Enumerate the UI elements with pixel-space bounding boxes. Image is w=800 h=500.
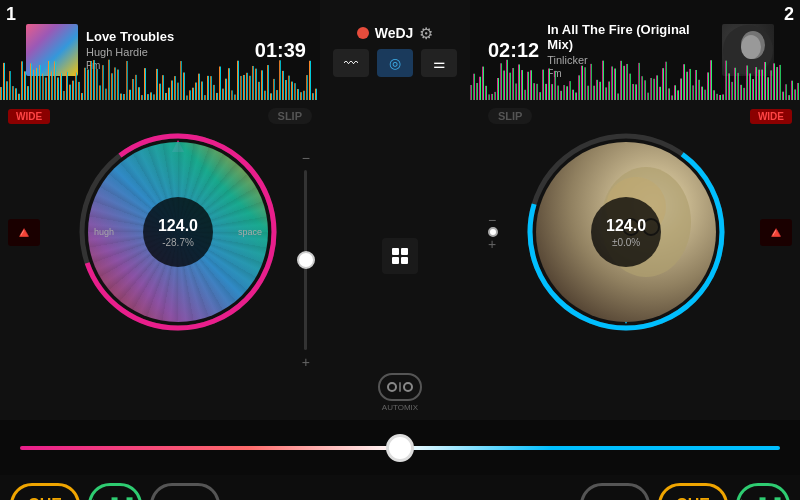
svg-rect-35 [105,89,107,100]
gear-icon[interactable]: ⚙ [419,24,433,43]
deck2-cue-button[interactable]: CUE [658,483,728,500]
svg-rect-103 [309,61,311,100]
svg-rect-45 [135,75,137,100]
svg-rect-58 [174,76,176,100]
svg-rect-17 [51,72,53,100]
svg-rect-210 [773,63,775,100]
svg-rect-125 [518,64,520,100]
deck1-sync-button[interactable]: SYNC [150,483,220,500]
svg-rect-184 [695,70,697,100]
svg-rect-87 [261,70,263,100]
svg-rect-81 [243,75,245,100]
svg-rect-53 [159,84,161,100]
svg-rect-101 [303,91,305,100]
svg-rect-130 [533,83,535,100]
svg-rect-163 [632,84,634,100]
deck1-label-left: hugh [94,227,114,237]
svg-rect-30 [90,61,92,100]
svg-rect-131 [536,84,538,100]
crossfader-thumb[interactable] [386,434,414,462]
deck1-pitch-plus[interactable]: + [302,354,310,370]
deck1-pitch-minus[interactable]: − [302,150,310,166]
svg-rect-110 [473,74,475,100]
bottom-controls: CUE ▶❚❚ SYNC SYNC CUE ▶❚❚ [0,475,800,500]
svg-rect-156 [611,66,613,100]
automix-button[interactable]: AUTOMIX [378,373,422,412]
deck2-pitch-slider[interactable]: − + [488,212,496,252]
svg-rect-7 [21,61,23,100]
deck1-panel: WIDE SLIP 🔺 [0,100,320,420]
top-bar: 1 Love Troubles Hugh Hardie Fm 01:39 [0,0,800,100]
svg-rect-123 [512,68,514,100]
deck2-slip-btn[interactable]: SLIP [488,108,532,124]
svg-rect-16 [48,61,50,100]
deck1-pitch-track[interactable] [304,170,307,350]
svg-rect-65 [195,83,197,100]
deck1-turntable[interactable]: 124.0 -28.7% hugh space [78,132,278,332]
svg-rect-160 [623,66,625,100]
svg-rect-138 [557,86,559,100]
crossfader-track[interactable] [20,446,780,450]
svg-rect-134 [545,84,547,100]
svg-rect-15 [45,78,47,100]
deck2-pitch-thumb[interactable] [488,227,498,237]
svg-rect-188 [707,72,709,100]
svg-rect-194 [725,61,727,100]
deck1-title: Love Troubles [86,29,243,44]
deck2-play-button[interactable]: ▶❚❚ [736,483,790,500]
svg-rect-5 [15,88,17,100]
deck2-bpm: 124.0 [606,217,646,235]
svg-rect-208 [767,77,769,100]
svg-rect-175 [668,88,670,100]
automix-icon [378,373,422,401]
svg-rect-42 [126,61,128,100]
svg-rect-99 [297,89,299,100]
svg-rect-129 [530,70,532,100]
svg-rect-217 [794,89,796,100]
grid-button[interactable] [382,238,418,274]
svg-rect-64 [192,88,194,100]
svg-rect-136 [551,84,553,100]
deck1-play-button[interactable]: ▶❚❚ [88,483,142,500]
svg-rect-141 [566,86,568,100]
deck1-pitch-slider[interactable]: − + [302,150,310,370]
svg-rect-213 [782,92,784,100]
svg-rect-119 [500,63,502,100]
deck2-turntable[interactable]: 124.0 ±0.0% [526,132,726,332]
deck1-pitch-thumb[interactable] [297,251,315,269]
svg-rect-36 [108,60,110,100]
svg-rect-155 [608,82,610,100]
svg-rect-93 [279,60,281,100]
deck2-sync-button[interactable]: SYNC [580,483,650,500]
deck2-pitch-minus[interactable]: − [488,212,496,228]
deck2-wide-btn[interactable]: WIDE [750,109,792,124]
svg-rect-182 [689,69,691,100]
deck1-slip-btn[interactable]: SLIP [268,108,312,124]
deck1-wide-btn[interactable]: WIDE [8,109,50,124]
svg-rect-113 [482,67,484,100]
deck2-pitch-plus[interactable]: + [488,236,496,252]
eq-btn[interactable]: ⚌ [421,49,457,77]
svg-rect-46 [138,87,140,100]
waveform-btn[interactable]: 〰 [333,49,369,77]
svg-rect-111 [476,83,478,100]
svg-rect-14 [42,74,44,100]
svg-rect-166 [641,76,643,100]
svg-rect-79 [237,61,239,100]
vinyl-btn[interactable]: ◎ [377,49,413,77]
svg-rect-169 [650,78,652,100]
deck2-center-display: 124.0 ±0.0% [591,197,661,267]
center-top-panel: WeDJ ⚙ 〰 ◎ ⚌ [320,0,470,100]
svg-rect-31 [93,60,95,100]
svg-rect-218 [797,83,799,100]
deck2-title: In All The Fire (Original Mix) [547,22,714,52]
wedj-logo: WeDJ ⚙ [357,24,434,43]
svg-rect-178 [677,90,679,100]
deck1-cue-button[interactable]: CUE [10,483,80,500]
svg-rect-189 [710,60,712,100]
crossfader-row [0,420,800,475]
svg-rect-34 [102,65,104,100]
deck2-top-row: SLIP WIDE [488,108,792,124]
svg-rect-59 [177,83,179,100]
svg-rect-104 [312,93,314,100]
